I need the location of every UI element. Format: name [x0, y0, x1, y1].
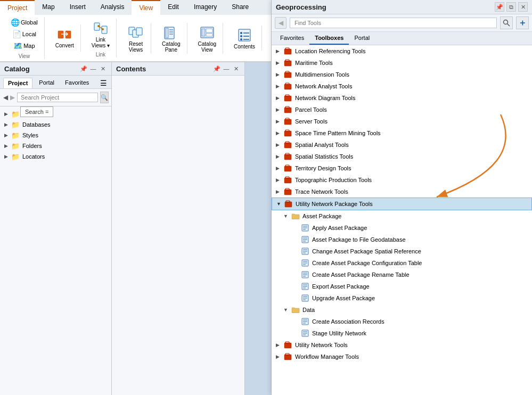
change-asset-label: Change Asset Package Spatial Reference — [312, 248, 421, 254]
catalog-search-btn[interactable]: 🔍 — [100, 92, 109, 103]
catalog-item-locators[interactable]: ▶ 📁 Locators — [0, 151, 111, 162]
catalog-panel-controls: 📌 — ✕ — [79, 64, 107, 73]
geo-item-trace-network[interactable]: ▶ Trace Network Tools — [272, 186, 532, 198]
geo-item-spatial-statistics[interactable]: ▶ Spatial Statistics Tools — [272, 151, 532, 162]
geo-search-input[interactable] — [290, 18, 497, 28]
tab-view[interactable]: View — [132, 0, 160, 15]
geo-tab-portal[interactable]: Portal — [349, 32, 375, 45]
geo-pin-btn[interactable]: 📌 — [495, 2, 504, 12]
catalog-item-styles[interactable]: ▶ 📁 Styles — [0, 130, 111, 141]
svg-point-5 — [102, 28, 104, 30]
geo-item-apply-asset[interactable]: ▶ Apply Asset Package — [272, 222, 532, 234]
geo-item-asset-package-folder[interactable]: ▼ Asset Package — [272, 210, 532, 222]
network-diagram-label: Network Diagram Tools — [295, 95, 356, 101]
btn-link-views-label: LinkViews ▾ — [92, 37, 110, 48]
contents-panel-header: Contents 📌 — ✕ — [112, 62, 244, 76]
catalog-item-databases[interactable]: ▶ 📁 Databases — [0, 119, 111, 130]
geo-titlebar: Geoprocessing 📌 ⧉ ✕ — [272, 0, 532, 14]
btn-catalog-view[interactable]: CatalogView — [196, 23, 218, 54]
geo-item-data-folder[interactable]: ▼ Data — [272, 304, 532, 316]
svg-point-19 — [240, 32, 242, 34]
geo-item-utility-network[interactable]: ▶ Utility Network Tools — [272, 339, 532, 351]
ribbon-group-link: LinkViews ▾ Link — [85, 19, 117, 57]
geo-item-utility-package[interactable]: ▼ Utility Network Package Tools — [272, 198, 532, 210]
geo-item-maritime[interactable]: ▶ Maritime Tools — [272, 57, 532, 69]
btn-reset-views[interactable]: ResetViews — [125, 23, 146, 54]
catalog-close-btn[interactable]: ✕ — [99, 64, 107, 73]
geo-controls: 📌 ⧉ ✕ — [495, 2, 528, 12]
geo-tab-favorites[interactable]: Favorites — [275, 32, 309, 45]
tab-project[interactable]: Project — [0, 0, 35, 15]
territory-label: Territory Design Tools — [295, 165, 351, 171]
spatial-analyst-label: Spatial Analyst Tools — [295, 142, 349, 148]
geo-item-multidimension[interactable]: ▶ Multidimension Tools — [272, 69, 532, 80]
geo-item-location-referencing[interactable]: ▶ Location Referencing Tools — [272, 45, 532, 57]
geo-item-space-time[interactable]: ▶ Space Time Pattern Mining Tools — [272, 127, 532, 139]
tab-analysis[interactable]: Analysis — [93, 0, 132, 15]
geo-tab-toolboxes[interactable]: Toolboxes — [309, 32, 349, 45]
catalog-forward-btn[interactable]: ▶ — [10, 94, 15, 101]
contents-pin-btn[interactable]: 📌 — [212, 64, 221, 73]
geo-item-create-asset-rename[interactable]: ▶ Create Asset Package Rename Table — [272, 269, 532, 281]
svg-line-37 — [508, 24, 510, 27]
geo-item-create-asset-config[interactable]: ▶ Create Asset Package Configuration Tab… — [272, 257, 532, 269]
catalog-menu-btn[interactable]: ☰ — [99, 78, 108, 88]
network-diagram-arrow: ▶ — [276, 95, 283, 101]
catalog-tab-project[interactable]: Project — [3, 78, 32, 88]
catalog-search-input[interactable] — [17, 93, 98, 102]
geo-item-spatial-analyst[interactable]: ▶ Spatial Analyst Tools — [272, 139, 532, 151]
tab-edit[interactable]: Edit — [160, 0, 186, 15]
catalog-item-folders[interactable]: ▶ 📁 Folders — [0, 141, 111, 151]
geo-toolboxes-tree[interactable]: ▶ Location Referencing Tools ▶ Maritime … — [272, 45, 532, 395]
catalog-tabs: Project Portal Favorites ☰ — [0, 76, 111, 89]
geo-item-stage-utility[interactable]: ▶ Stage Utility Network — [272, 327, 532, 339]
search-label: Search = — [20, 106, 53, 117]
geo-item-server[interactable]: ▶ Server Tools — [272, 116, 532, 127]
geo-item-change-asset[interactable]: ▶ Change Asset Package Spatial Reference — [272, 245, 532, 257]
databases-arrow-icon: ▶ — [4, 122, 11, 127]
multidimension-label: Multidimension Tools — [295, 71, 349, 78]
locators-arrow-icon: ▶ — [4, 154, 11, 159]
btn-catalog-pane[interactable]: CatalogPane — [160, 23, 182, 54]
geo-item-asset-to-fgdb[interactable]: ▶ Asset Package to File Geodatabase — [272, 234, 532, 245]
btn-map[interactable]: 🗺️ Map — [11, 40, 37, 51]
geo-item-parcel[interactable]: ▶ Parcel Tools — [272, 104, 532, 116]
btn-contents[interactable]: Contents — [232, 26, 257, 51]
geo-toolbar: ◀ ＋ — [272, 14, 532, 32]
tab-share[interactable]: Share — [224, 0, 256, 15]
ribbon-group-catalog-view: CatalogView — [192, 23, 223, 54]
geo-item-create-association[interactable]: ▶ Create Association Records — [272, 316, 532, 327]
geo-search-icon-btn[interactable] — [500, 17, 513, 29]
geo-item-export-asset[interactable]: ▶ Export Asset Package — [272, 281, 532, 292]
geo-close-btn[interactable]: ✕ — [518, 2, 528, 12]
svg-point-23 — [240, 38, 242, 40]
ribbon-group-contents: Contents — [227, 26, 262, 51]
geo-item-workflow-manager[interactable]: ▶ Workflow Manager Tools — [272, 351, 532, 363]
geo-item-network-analyst[interactable]: ▶ Network Analyst Tools — [272, 80, 532, 92]
btn-local[interactable]: 📄 Local — [10, 29, 38, 39]
contents-close-btn[interactable]: ✕ — [232, 64, 240, 73]
btn-global-label: Global — [21, 19, 38, 26]
catalog-back-btn[interactable]: ◀ — [3, 94, 8, 101]
btn-global[interactable]: 🌐 Global — [9, 17, 40, 28]
catalog-tab-favorites[interactable]: Favorites — [61, 78, 93, 88]
geo-item-topographic[interactable]: ▶ Topographic Production Tools — [272, 174, 532, 186]
workflow-manager-toolbox-icon — [283, 352, 293, 361]
btn-convert[interactable]: Convert — [53, 24, 76, 50]
geo-add-btn[interactable]: ＋ — [516, 17, 529, 29]
contents-minimize-btn[interactable]: — — [222, 64, 231, 73]
tab-map[interactable]: Map — [35, 0, 62, 15]
catalog-item-toolboxes[interactable]: ▶ 📁 Toolboxes — [0, 109, 111, 119]
btn-link-views[interactable]: LinkViews ▾ — [89, 19, 112, 50]
geo-item-upgrade-asset[interactable]: ▶ Upgrade Asset Package — [272, 292, 532, 304]
tab-insert[interactable]: Insert — [62, 0, 93, 15]
geo-restore-btn[interactable]: ⧉ — [506, 2, 516, 12]
svg-point-21 — [240, 35, 242, 37]
catalog-pin-btn[interactable]: 📌 — [79, 64, 88, 73]
catalog-minimize-btn[interactable]: — — [89, 64, 97, 73]
geo-item-territory-design[interactable]: ▶ Territory Design Tools — [272, 162, 532, 174]
geo-back-btn[interactable]: ◀ — [275, 17, 287, 29]
catalog-tab-portal[interactable]: Portal — [35, 78, 59, 88]
tab-imagery[interactable]: Imagery — [186, 0, 224, 15]
geo-item-network-diagram[interactable]: ▶ Network Diagram Tools — [272, 92, 532, 104]
